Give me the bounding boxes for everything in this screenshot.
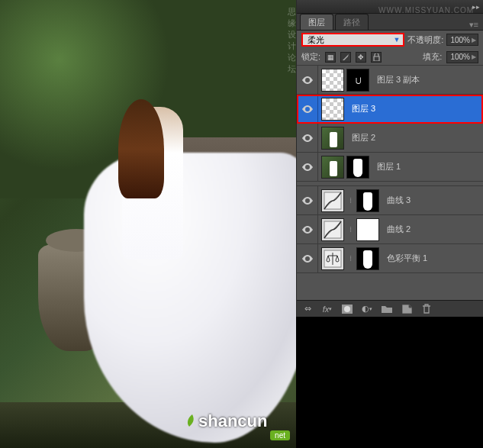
visibility-toggle[interactable] xyxy=(297,153,318,181)
layer-thumbnail[interactable] xyxy=(321,156,344,179)
layer-thumbs: ⁞ xyxy=(318,189,382,212)
opacity-value: 100% xyxy=(450,36,470,44)
layer-thumbs: ⁞ xyxy=(318,247,382,270)
watermark-tag: net xyxy=(270,430,290,440)
visibility-toggle[interactable] xyxy=(297,66,318,94)
fill-label: 填充: xyxy=(423,51,442,63)
add-mask-button[interactable] xyxy=(340,303,355,315)
layer-thumbnail[interactable] xyxy=(321,98,344,121)
opacity-input[interactable]: 100% ▶ xyxy=(446,34,478,46)
watermark-bottom: shancun net xyxy=(198,411,290,442)
layer-thumbs xyxy=(318,98,347,121)
layer-mask-thumbnail[interactable] xyxy=(356,218,379,241)
link-layers-button[interactable]: ⇔ xyxy=(300,303,315,315)
layer-name[interactable]: 色彩平衡 1 xyxy=(382,253,427,264)
adjustment-thumbnail[interactable] xyxy=(321,189,344,212)
blend-mode-value: 柔光 xyxy=(308,34,324,46)
layer-effects-button[interactable]: fx▾ xyxy=(320,303,335,315)
visibility-toggle[interactable] xyxy=(297,95,318,123)
layer-mask-thumbnail[interactable] xyxy=(356,247,379,270)
fill-value: 100% xyxy=(450,53,470,61)
adjustment-layer-button[interactable]: ◐▾ xyxy=(359,303,375,315)
svg-point-4 xyxy=(344,306,350,312)
new-layer-button[interactable] xyxy=(399,303,414,315)
layer-row-selected[interactable]: 图层 3 xyxy=(297,95,483,124)
visibility-toggle[interactable] xyxy=(297,244,318,272)
layer-name[interactable]: 图层 3 xyxy=(347,103,375,114)
panel-bottom-toolbar: ⇔ fx▾ ◐▾ xyxy=(297,300,483,317)
visibility-toggle[interactable] xyxy=(297,186,318,214)
lock-transparency-icon[interactable]: ▦ xyxy=(325,52,336,63)
watermark-brand: shancun xyxy=(198,411,267,430)
layer-row[interactable]: ⁞ 曲线 3 xyxy=(297,186,483,215)
layer-row[interactable]: ⋃ 图层 3 副本 xyxy=(297,66,483,95)
blend-opacity-row: 柔光 ▼ 不透明度: 100% ▶ xyxy=(297,31,483,49)
watermark-top-text: 思缘设计论坛 xyxy=(288,6,296,75)
figure-dress xyxy=(84,153,296,443)
layer-row[interactable]: 图层 1 xyxy=(297,153,483,182)
panel-tabs: 图层 路径 ▾≡ xyxy=(297,14,483,31)
layer-thumbs xyxy=(318,156,372,179)
empty-area xyxy=(296,317,483,448)
layer-thumbnail[interactable] xyxy=(321,69,344,92)
figure xyxy=(53,61,252,427)
watermark-top-url: WWW.MISSYUAN.COM xyxy=(378,6,474,15)
layer-name[interactable]: 图层 2 xyxy=(347,132,375,143)
link-icon: ⁞ xyxy=(346,225,354,234)
blend-mode-dropdown[interactable]: 柔光 ▼ xyxy=(301,33,404,47)
lock-all-icon[interactable] xyxy=(371,52,382,63)
layer-row[interactable]: ⁞ 曲线 2 xyxy=(297,215,483,244)
layers-list: ⋃ 图层 3 副本 图层 3 图层 2 xyxy=(297,66,483,273)
layer-mask-thumbnail[interactable] xyxy=(346,156,369,179)
tab-paths[interactable]: 路径 xyxy=(335,14,369,30)
adjustment-thumbnail[interactable] xyxy=(321,218,344,241)
dropdown-arrow-icon: ▼ xyxy=(393,36,400,44)
layer-group-button[interactable] xyxy=(379,303,394,315)
opacity-label: 不透明度: xyxy=(407,34,443,46)
visibility-toggle[interactable] xyxy=(297,124,318,152)
figure-hair xyxy=(118,99,164,198)
layers-panel: 思缘设计论坛 WWW.MISSYUAN.COM ▸▸ 图层 路径 ▾≡ 柔光 ▼… xyxy=(296,0,483,317)
chevron-right-icon: ▶ xyxy=(472,53,476,60)
layer-name[interactable]: 曲线 3 xyxy=(382,195,411,206)
layer-row[interactable]: ⁞ 色彩平衡 1 xyxy=(297,244,483,273)
link-icon: ⁞ xyxy=(346,196,354,205)
layer-name[interactable]: 图层 3 副本 xyxy=(372,74,420,85)
layer-thumbs xyxy=(318,127,347,150)
lock-position-icon[interactable]: ✥ xyxy=(356,52,366,63)
layer-mask-thumbnail[interactable] xyxy=(356,189,379,212)
panel-menu-icon[interactable]: ▾≡ xyxy=(465,20,483,30)
lock-fill-row: 锁定: ▦ ✥ 填充: 100% ▶ xyxy=(297,49,483,66)
lock-label: 锁定: xyxy=(301,51,320,63)
layer-name[interactable]: 图层 1 xyxy=(372,161,401,172)
delete-layer-button[interactable] xyxy=(419,303,434,315)
layer-mask-thumbnail[interactable]: ⋃ xyxy=(346,69,369,92)
layer-thumbnail[interactable] xyxy=(321,127,344,150)
layer-thumbs: ⋃ xyxy=(318,69,372,92)
layer-name[interactable]: 曲线 2 xyxy=(382,224,411,235)
tab-layers[interactable]: 图层 xyxy=(300,14,333,30)
leaf-icon xyxy=(185,413,200,428)
visibility-toggle[interactable] xyxy=(297,215,318,243)
link-icon: ⁞ xyxy=(346,254,354,263)
adjustment-thumbnail[interactable] xyxy=(321,247,344,270)
layer-row[interactable]: 图层 2 xyxy=(297,124,483,153)
layer-thumbs: ⁞ xyxy=(318,218,382,241)
canvas-image: shancun net xyxy=(0,0,296,448)
chevron-right-icon: ▶ xyxy=(472,37,476,44)
lock-pixels-icon[interactable] xyxy=(340,52,351,63)
fill-input[interactable]: 100% ▶ xyxy=(446,51,478,63)
